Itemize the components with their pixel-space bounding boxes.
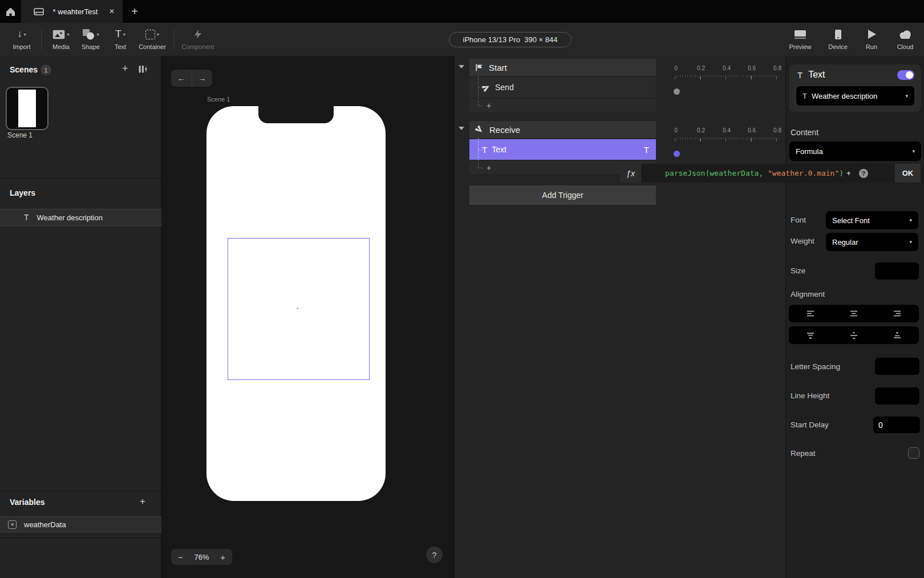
container-icon <box>145 30 155 39</box>
scenes-count-badge: 1 <box>40 64 51 75</box>
size-input[interactable] <box>875 262 919 280</box>
add-response-button[interactable]: + <box>469 99 656 112</box>
project-icon <box>34 7 44 16</box>
media-button[interactable]: ▾ Media <box>46 27 76 50</box>
layers-title: Layers <box>10 188 35 197</box>
align-left-icon <box>806 310 815 317</box>
align-middle-button[interactable] <box>832 326 876 344</box>
forward-button[interactable]: → <box>192 70 213 87</box>
preview-icon <box>793 30 807 39</box>
weight-label: Weight <box>791 237 814 245</box>
add-trigger-button[interactable]: Add Trigger <box>469 185 656 205</box>
scene-1-thumbnail[interactable] <box>6 87 48 130</box>
collapse-start-icon[interactable] <box>459 65 464 68</box>
container-button[interactable]: ▾ Container <box>135 27 169 50</box>
cloud-icon <box>898 30 913 39</box>
question-icon: ? <box>432 551 437 560</box>
response-enabled-toggle[interactable] <box>897 70 914 80</box>
plus-icon: + <box>487 101 491 110</box>
chevron-down-icon: ▾ <box>67 32 69 37</box>
tab-weahtertest[interactable]: * weahterTest ✕ <box>21 0 123 23</box>
trigger-receive[interactable]: Receive <box>469 121 656 138</box>
align-center-button[interactable] <box>832 305 876 322</box>
section-divider <box>0 178 161 179</box>
start-delay-input[interactable]: 0 <box>873 417 920 433</box>
align-middle-icon <box>849 332 858 339</box>
phone-notch <box>258 106 334 123</box>
scene-1-label: Scene 1 <box>7 131 33 139</box>
tree-connector <box>469 77 482 98</box>
repeat-checkbox[interactable] <box>908 447 919 459</box>
align-bottom-button[interactable] <box>876 326 919 344</box>
collapse-receive-icon[interactable] <box>459 127 464 130</box>
zoom-out-button[interactable]: − <box>178 552 183 562</box>
plus-icon: + <box>487 163 491 172</box>
response-text-selected[interactable]: T Text T <box>469 139 656 160</box>
font-label: Font <box>791 216 806 224</box>
scene-list-lightning-icon <box>138 64 148 74</box>
chevron-down-icon: ▾ <box>157 32 159 37</box>
chevron-down-icon: ▾ <box>123 32 125 37</box>
letter-spacing-input[interactable] <box>875 358 919 375</box>
layer-name: Weather description <box>37 213 103 222</box>
device-button[interactable]: Device <box>824 27 852 50</box>
chevron-down-icon: ▾ <box>96 32 99 37</box>
back-button[interactable]: ← <box>171 70 192 87</box>
chevron-down-icon: ▾ <box>909 217 912 223</box>
formula-ok-button[interactable]: OK <box>895 164 921 183</box>
keyframe-dot-send[interactable] <box>674 88 680 95</box>
variable-row-weatherdata[interactable]: ✕ weatherData <box>0 516 161 532</box>
help-button[interactable]: ? <box>426 547 443 563</box>
component-icon <box>193 29 202 39</box>
align-top-button[interactable] <box>789 326 832 344</box>
selected-text-layer-outline[interactable] <box>228 238 370 380</box>
toolbar-divider <box>174 29 175 50</box>
run-button[interactable]: Run <box>861 27 882 50</box>
variable-icon: ✕ <box>8 520 17 529</box>
align-top-icon <box>806 332 815 339</box>
cloud-button[interactable]: Cloud <box>891 27 919 50</box>
device-icon <box>834 29 842 40</box>
new-tab-button[interactable]: + <box>123 0 147 23</box>
preview-button[interactable]: Preview <box>786 27 814 50</box>
weight-dropdown[interactable]: Regular ▾ <box>826 233 918 251</box>
scene-view-toggle-button[interactable] <box>138 64 148 76</box>
text-layer-icon: T <box>24 213 29 222</box>
device-selector[interactable]: iPhone 13/13 Pro 390 × 844 <box>449 32 572 47</box>
response-card: T Text T Weather description ▾ <box>789 64 921 112</box>
align-right-button[interactable] <box>876 305 919 322</box>
text-tool-button[interactable]: T▾ Text <box>106 27 135 50</box>
add-scene-button[interactable]: + <box>122 63 128 75</box>
layer-row-weather-description[interactable]: T Weather description <box>0 209 161 226</box>
line-height-input[interactable] <box>875 387 919 405</box>
content-type-dropdown[interactable]: Formula ▾ <box>789 142 921 161</box>
component-button[interactable]: Component <box>179 27 217 50</box>
keyframe-dot-text[interactable] <box>674 151 680 157</box>
formula-close-paren: ) <box>839 169 844 177</box>
plus-icon: + <box>220 552 225 562</box>
shape-button[interactable]: ▾ Shape <box>76 27 106 50</box>
close-icon[interactable]: ✕ <box>107 6 117 17</box>
trigger-start[interactable]: Start <box>469 59 656 76</box>
formula-help-icon[interactable]: ? <box>859 169 868 178</box>
tree-connector <box>469 161 482 174</box>
minus-icon: − <box>178 552 183 562</box>
zoom-in-button[interactable]: + <box>220 552 225 562</box>
home-button[interactable] <box>0 0 21 23</box>
font-dropdown[interactable]: Select Font ▾ <box>826 211 918 229</box>
formula-fx-button[interactable]: ƒx <box>620 164 641 183</box>
align-left-button[interactable] <box>789 305 832 322</box>
zoom-level[interactable]: 76% <box>194 553 209 561</box>
start-flag-icon <box>475 63 483 72</box>
send-icon <box>482 83 491 92</box>
canvas[interactable]: ← → Scene 1 - − 76% + ? <box>161 56 455 578</box>
section-divider <box>0 491 161 491</box>
formula-input[interactable]: parseJson(weatherData, "weather.0.main")… <box>641 164 889 183</box>
trigger-list: Start Send + Receive <box>469 59 656 174</box>
target-layer-dropdown[interactable]: T Weather description ▾ <box>796 86 914 106</box>
forward-icon: → <box>198 74 206 83</box>
response-send[interactable]: Send <box>469 77 656 98</box>
add-variable-button[interactable]: + <box>140 496 145 507</box>
left-sidebar: Scenes 1 + Scene 1 Layers T Weather desc… <box>0 56 161 578</box>
import-button[interactable]: ↓▾ Import <box>7 27 37 50</box>
